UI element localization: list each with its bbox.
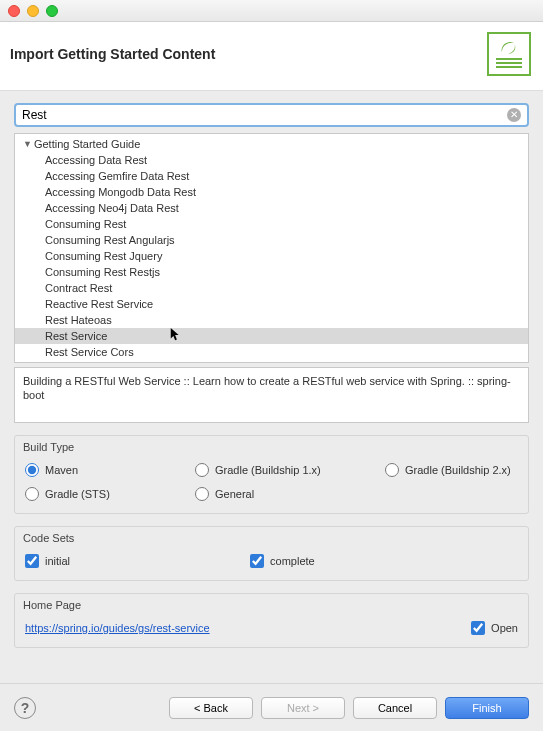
spring-logo-icon [487,32,531,76]
search-input-wrapper: ✕ [14,103,529,127]
window-titlebar [0,0,543,22]
radio-gradle-sts[interactable]: Gradle (STS) [25,487,155,501]
radio-maven[interactable]: Maven [25,463,155,477]
dialog-header: Import Getting Started Content [0,22,543,91]
clear-search-icon[interactable]: ✕ [507,108,521,122]
tree-item[interactable]: Accessing Mongodb Data Rest [15,184,528,200]
checkbox-open-input[interactable] [471,621,485,635]
tree-item[interactable]: Accessing Gemfire Data Rest [15,168,528,184]
home-page-link[interactable]: https://spring.io/guides/gs/rest-service [25,622,210,634]
checkbox-open[interactable]: Open [471,621,518,635]
checkbox-initial-input[interactable] [25,554,39,568]
checkbox-complete-input[interactable] [250,554,264,568]
radio-general-input[interactable] [195,487,209,501]
tree-item[interactable]: Contract Rest [15,280,528,296]
radio-gradle1-input[interactable] [195,463,209,477]
code-sets-label: Code Sets [15,527,528,544]
guide-description: Building a RESTful Web Service :: Learn … [14,367,529,423]
close-window-button[interactable] [8,5,20,17]
code-sets-group: Code Sets initial complete [14,526,529,581]
radio-gradle-buildship-1[interactable]: Gradle (Buildship 1.x) [195,463,345,477]
tree-root[interactable]: ▼ Getting Started Guide [15,136,528,152]
checkbox-complete[interactable]: complete [250,554,315,568]
tree-item[interactable]: Accessing Data Rest [15,152,528,168]
tree-item[interactable]: Rest Service [15,328,528,344]
zoom-window-button[interactable] [46,5,58,17]
finish-button[interactable]: Finish [445,697,529,719]
tree-item[interactable]: Consuming Rest Restjs [15,264,528,280]
tree-item[interactable]: Rest Service Cors [15,344,528,360]
dialog-title: Import Getting Started Content [10,46,215,62]
minimize-window-button[interactable] [27,5,39,17]
mouse-cursor-icon [170,328,182,342]
radio-gradle-buildship-2[interactable]: Gradle (Buildship 2.x) [385,463,511,477]
home-page-group: Home Page https://spring.io/guides/gs/re… [14,593,529,648]
radio-general[interactable]: General [195,487,254,501]
tree-item[interactable]: Consuming Rest [15,216,528,232]
tree-root-label: Getting Started Guide [34,138,140,150]
next-button: Next > [261,697,345,719]
tree-item[interactable]: Rest Hateoas [15,312,528,328]
tree-item[interactable]: Consuming Rest Jquery [15,248,528,264]
radio-gradlests-input[interactable] [25,487,39,501]
back-button[interactable]: < Back [169,697,253,719]
tree-item[interactable]: Reactive Rest Service [15,296,528,312]
build-type-label: Build Type [15,436,528,453]
checkbox-initial[interactable]: initial [25,554,70,568]
dialog-footer: ? < Back Next > Cancel Finish [0,683,543,731]
build-type-group: Build Type Maven Gradle (Buildship 1.x) … [14,435,529,514]
tree-item[interactable]: Consuming Rest Angularjs [15,232,528,248]
radio-gradle2-input[interactable] [385,463,399,477]
cancel-button[interactable]: Cancel [353,697,437,719]
disclosure-triangle-icon[interactable]: ▼ [23,139,32,149]
home-page-label: Home Page [15,594,528,611]
guide-tree[interactable]: ▼ Getting Started Guide Accessing Data R… [14,133,529,363]
tree-item[interactable]: Accessing Neo4j Data Rest [15,200,528,216]
search-input[interactable] [22,108,507,122]
radio-maven-input[interactable] [25,463,39,477]
help-button[interactable]: ? [14,697,36,719]
